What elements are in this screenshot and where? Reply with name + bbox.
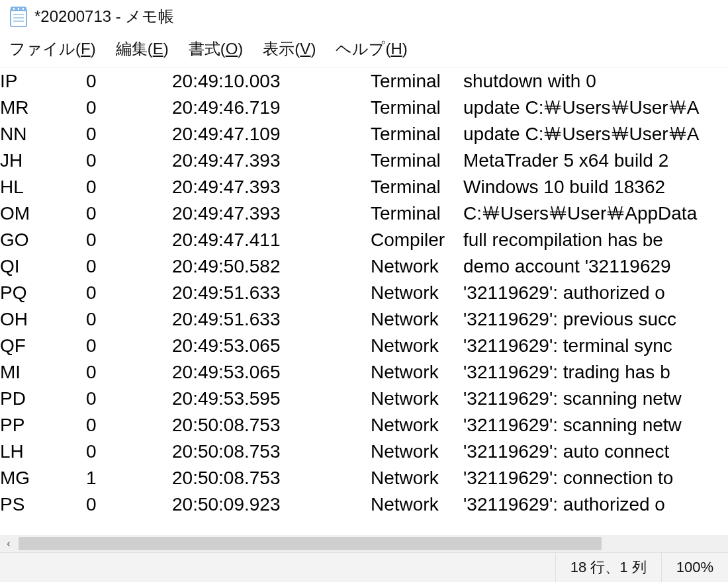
log-line: PS020:50:09.923Network'32119629': author… [0, 491, 728, 518]
menu-edit[interactable]: 編集(E) [116, 38, 169, 60]
titlebar: *20200713 - メモ帳 [0, 0, 728, 34]
svg-point-2 [13, 8, 15, 10]
log-line: HL020:49:47.393TerminalWindows 10 build … [0, 174, 728, 200]
menu-file[interactable]: ファイル(F) [9, 38, 96, 60]
log-line: PQ020:49:51.633Network'32119629': author… [0, 280, 728, 306]
menu-help[interactable]: ヘルプ(H) [336, 38, 407, 60]
horizontal-scrollbar[interactable]: ‹ [0, 535, 728, 552]
editor-area[interactable]: IP020:49:10.003Terminalshutdown with 0MR… [0, 67, 728, 535]
scroll-track[interactable] [17, 535, 728, 552]
log-line: PP020:50:08.753Network'32119629': scanni… [0, 412, 728, 438]
log-line: LH020:50:08.753Network'32119629': auto c… [0, 438, 728, 465]
statusbar: 18 行、1 列 100% [0, 552, 728, 582]
menu-format[interactable]: 書式(O) [189, 38, 244, 60]
log-line: GO020:49:47.411Compilerfull recompilatio… [0, 227, 728, 253]
log-line: OM020:49:47.393TerminalC:￦Users￦User￦App… [0, 200, 728, 227]
log-line: NN020:49:47.109Terminalupdate C:￦Users￦U… [0, 121, 728, 147]
scroll-left-arrow-icon[interactable]: ‹ [0, 535, 17, 552]
log-line: JH020:49:47.393TerminalMetaTrader 5 x64 … [0, 147, 728, 174]
window-title: *20200713 - メモ帳 [34, 6, 174, 27]
log-line: IP020:49:10.003Terminalshutdown with 0 [0, 68, 728, 95]
log-line: MI020:49:53.065Network'32119629': tradin… [0, 359, 728, 386]
log-line: QI020:49:50.582Networkdemo account '3211… [0, 253, 728, 280]
svg-point-3 [18, 8, 20, 10]
scroll-thumb[interactable] [19, 537, 602, 550]
status-zoom: 100% [661, 553, 728, 582]
log-line: MG120:50:08.753Network'32119629': connec… [0, 465, 728, 491]
svg-point-4 [23, 8, 24, 10]
menubar: ファイル(F) 編集(E) 書式(O) 表示(V) ヘルプ(H) [0, 34, 728, 67]
status-caret-pos: 18 行、1 列 [555, 553, 661, 582]
log-line: OH020:49:51.633Network'32119629': previo… [0, 306, 728, 333]
menu-view[interactable]: 表示(V) [263, 38, 316, 60]
log-line: QF020:49:53.065Network'32119629': termin… [0, 333, 728, 359]
log-line: PD020:49:53.595Network'32119629': scanni… [0, 386, 728, 412]
log-line: MR020:49:46.719Terminalupdate C:￦Users￦U… [0, 95, 728, 121]
notepad-icon [9, 5, 28, 28]
